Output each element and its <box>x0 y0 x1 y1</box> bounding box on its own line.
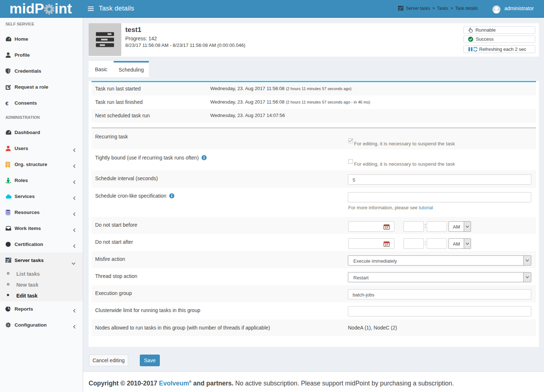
svg-text:17: 17 <box>385 243 388 246</box>
svg-text:€: € <box>5 100 9 106</box>
svg-text:17: 17 <box>385 226 388 229</box>
